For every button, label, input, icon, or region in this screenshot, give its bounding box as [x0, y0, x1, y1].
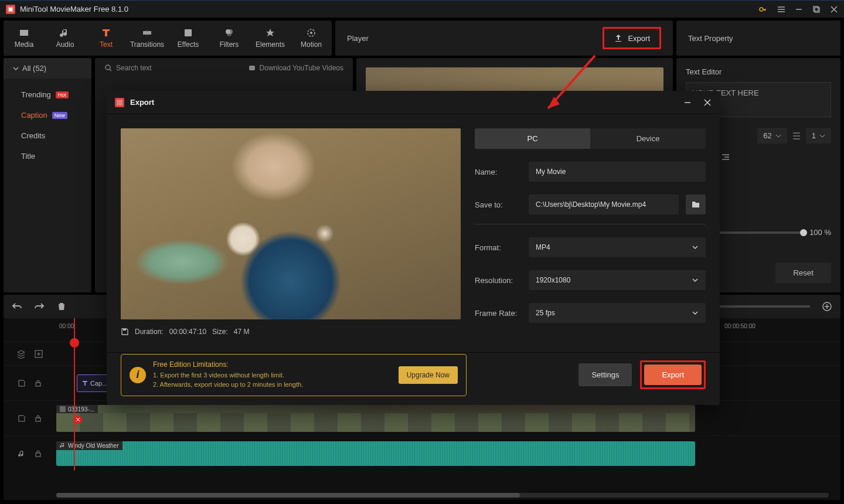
- titlebar: MiniTool MovieMaker Free 8.1.0: [0, 0, 844, 18]
- svg-rect-11: [249, 66, 255, 70]
- tab-pc[interactable]: PC: [475, 128, 590, 149]
- tab-device[interactable]: Device: [590, 128, 706, 149]
- svg-point-1: [760, 8, 763, 11]
- download-youtube-link[interactable]: Download YouTube Videos: [260, 64, 343, 72]
- sidebar-item-title[interactable]: Title: [4, 146, 91, 166]
- modal-footer: i Free Edition Limitations: 1. Export th…: [107, 352, 720, 405]
- sidebar-item-credits[interactable]: Credits: [4, 125, 91, 146]
- timeline-scrollbar[interactable]: [56, 493, 829, 498]
- duration-label: Duration:: [135, 328, 164, 336]
- limits-title: Free Edition Limitations:: [153, 360, 392, 369]
- search-input[interactable]: Search text: [116, 64, 152, 72]
- line-select[interactable]: 1: [806, 128, 831, 144]
- svg-rect-18: [60, 406, 66, 412]
- key-icon[interactable]: [758, 5, 768, 14]
- module-effects[interactable]: Effects: [168, 28, 209, 49]
- save-icon[interactable]: [18, 414, 26, 423]
- module-media[interactable]: Media: [4, 28, 45, 49]
- text-property-label: Text Property: [688, 34, 733, 43]
- saveto-input[interactable]: [529, 195, 679, 214]
- maximize-icon[interactable]: [812, 5, 821, 13]
- sidebar-item-trending[interactable]: TrendingHot: [4, 84, 91, 105]
- svg-rect-16: [36, 383, 40, 386]
- module-text[interactable]: Text: [86, 28, 127, 49]
- size-label: Size:: [212, 328, 228, 336]
- close-icon[interactable]: [830, 5, 838, 13]
- menu-icon[interactable]: [777, 5, 785, 13]
- delete-icon[interactable]: [56, 301, 67, 312]
- modal-titlebar: Export: [107, 91, 720, 114]
- redo-icon[interactable]: [34, 301, 45, 312]
- module-transitions[interactable]: Transitions: [127, 28, 168, 49]
- export-form: PC Device Name: Save to: Format: MP4 Res…: [475, 128, 706, 338]
- layers-icon[interactable]: [16, 349, 26, 359]
- upgrade-button[interactable]: Upgrade Now: [399, 366, 458, 384]
- opacity-value: 100 %: [809, 228, 831, 237]
- export-button[interactable]: Export: [644, 365, 702, 385]
- framerate-select[interactable]: 25 fps: [529, 303, 706, 323]
- save-icon[interactable]: [18, 379, 26, 387]
- add-icon[interactable]: [34, 349, 43, 359]
- limitations-box: i Free Edition Limitations: 1. Export th…: [121, 354, 467, 396]
- svg-rect-20: [117, 100, 122, 105]
- export-tabs: PC Device: [475, 128, 706, 149]
- lock-icon[interactable]: [34, 379, 42, 387]
- module-filters[interactable]: Filters: [209, 28, 250, 49]
- svg-rect-21: [123, 329, 126, 331]
- framerate-label: Frame Rate:: [475, 309, 522, 318]
- svg-rect-3: [815, 8, 819, 12]
- sidebar-item-caption[interactable]: CaptionNew: [4, 105, 91, 125]
- lock-icon[interactable]: [34, 449, 42, 458]
- export-preview: [121, 128, 461, 319]
- align-right-icon[interactable]: [721, 153, 730, 162]
- chevron-down-icon: [692, 244, 699, 251]
- resolution-select[interactable]: 1920x1080: [529, 270, 706, 290]
- category-sidebar: All (52) TrendingHot CaptionNew Credits …: [4, 58, 91, 292]
- audio-clip[interactable]: Windy Old Weather: [56, 441, 695, 466]
- svg-rect-19: [36, 453, 40, 457]
- name-input[interactable]: [529, 162, 706, 182]
- sidebar-all[interactable]: All (52): [4, 58, 91, 79]
- undo-icon[interactable]: [12, 301, 22, 312]
- export-top-button[interactable]: Export: [603, 27, 661, 49]
- property-panel-header: Text Property: [676, 21, 840, 56]
- upload-icon: [614, 33, 623, 43]
- minimize-icon[interactable]: [683, 98, 692, 107]
- reset-button[interactable]: Reset: [775, 263, 831, 283]
- minimize-icon[interactable]: [795, 5, 803, 13]
- music-icon[interactable]: [18, 449, 26, 458]
- chevron-down-icon: [819, 133, 825, 139]
- close-icon[interactable]: [703, 98, 712, 107]
- resolution-label: Resolution:: [475, 276, 522, 285]
- info-icon: i: [130, 367, 146, 383]
- module-motion[interactable]: Motion: [291, 28, 332, 49]
- clip-label: 033193-...: [56, 405, 98, 414]
- settings-button[interactable]: Settings: [578, 363, 632, 386]
- limits-line-2: 2. Afterwards, export video up to 2 minu…: [153, 380, 392, 390]
- chevron-down-icon: [692, 277, 699, 284]
- font-size-select[interactable]: 62: [757, 128, 787, 144]
- chevron-down-icon: [775, 133, 781, 139]
- music-icon: [60, 442, 66, 448]
- chevron-down-icon: [692, 309, 699, 316]
- limits-line-1: 1. Export the first 3 videos without len…: [153, 370, 392, 380]
- chevron-down-icon: [13, 66, 19, 71]
- name-label: Name:: [475, 168, 522, 176]
- size-value: 47 M: [234, 328, 250, 336]
- browse-button[interactable]: [686, 195, 706, 214]
- export-modal: Export Duration: 00:00:47:10 Size: 47 M …: [107, 91, 720, 405]
- player-label: Player: [347, 34, 369, 43]
- app-icon: [115, 98, 124, 107]
- module-elements[interactable]: Elements: [250, 28, 291, 49]
- format-label: Format:: [475, 243, 522, 252]
- playhead[interactable]: [74, 318, 75, 471]
- module-audio[interactable]: Audio: [45, 28, 86, 49]
- video-clip[interactable]: 033193-...: [56, 405, 695, 432]
- new-badge: New: [52, 112, 67, 119]
- app-title: MiniTool MovieMaker Free 8.1.0: [20, 5, 128, 13]
- format-select[interactable]: MP4: [529, 237, 706, 257]
- search-icon: [104, 64, 113, 72]
- lock-icon[interactable]: [34, 414, 42, 423]
- download-icon: [248, 64, 256, 72]
- zoom-in-icon[interactable]: [822, 301, 832, 312]
